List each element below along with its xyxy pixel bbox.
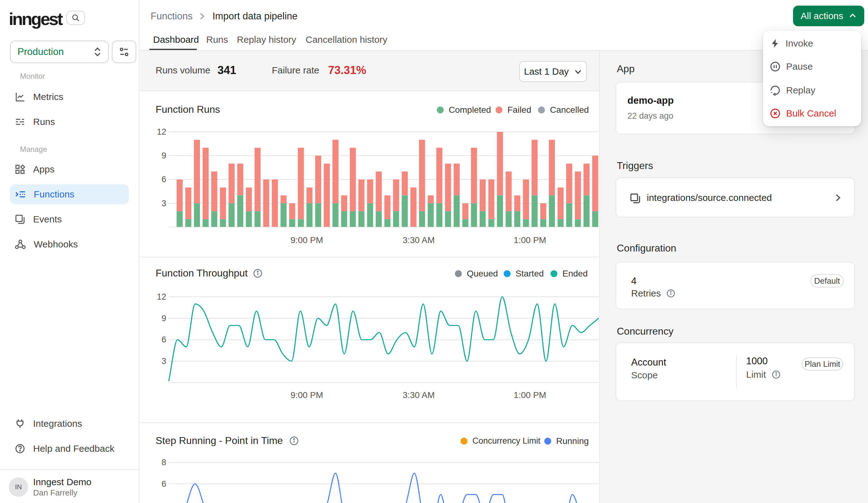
svg-text:1:00 PM: 1:00 PM — [514, 390, 546, 400]
svg-text:12: 12 — [157, 127, 166, 136]
svg-text:9:00 PM: 9:00 PM — [291, 390, 323, 400]
svg-text:9:00 PM: 9:00 PM — [291, 235, 323, 245]
svg-text:6: 6 — [162, 479, 166, 489]
svg-text:9: 9 — [162, 151, 166, 160]
svg-text:9: 9 — [162, 314, 166, 323]
svg-text:3:30 AM: 3:30 AM — [403, 390, 435, 400]
svg-text:3: 3 — [162, 199, 166, 208]
svg-text:6: 6 — [162, 335, 166, 344]
svg-text:8: 8 — [162, 458, 166, 467]
svg-text:3:30 AM: 3:30 AM — [403, 235, 435, 245]
svg-text:1:00 PM: 1:00 PM — [514, 235, 546, 245]
svg-text:12: 12 — [157, 292, 166, 301]
svg-text:3: 3 — [162, 357, 166, 366]
svg-text:6: 6 — [162, 175, 166, 184]
